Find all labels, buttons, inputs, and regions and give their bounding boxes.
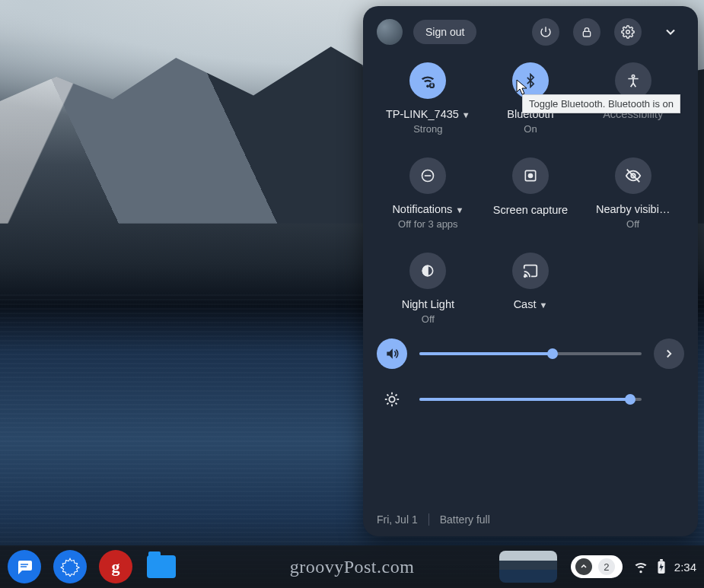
user-avatar[interactable] — [377, 19, 403, 45]
accessibility-icon — [626, 73, 641, 88]
clock: 2:34 — [674, 561, 696, 574]
settings-button[interactable] — [614, 18, 642, 46]
divider — [428, 513, 429, 526]
panel-header: Sign out — [377, 18, 684, 46]
night-light-tile[interactable]: Night Light Off — [378, 253, 477, 325]
caret-icon: ▼ — [462, 110, 470, 119]
battery-charging-icon — [656, 559, 667, 574]
panel-footer: Fri, Jul 1 Battery full — [377, 513, 684, 526]
chevron-down-icon — [663, 24, 678, 40]
collapse-panel-button[interactable] — [657, 18, 684, 46]
notification-pill[interactable]: 2 — [571, 555, 623, 578]
gear-icon — [621, 25, 635, 39]
wifi-icon — [633, 559, 648, 574]
audio-settings-expand-button[interactable] — [654, 338, 684, 369]
brightness-icon-button[interactable] — [377, 384, 407, 415]
caret-icon: ▼ — [455, 205, 463, 215]
quick-toggle-grid: TP-LINK_7435▼ Strong Toggle Bluetooth. B… — [377, 62, 684, 325]
gear-icon — [60, 557, 80, 577]
notifications-tile[interactable]: Notifications▼ Off for 3 apps — [378, 157, 477, 230]
lock-icon — [581, 26, 593, 38]
shelf-window-preview[interactable] — [499, 551, 557, 583]
app-settings[interactable] — [53, 550, 87, 583]
power-button[interactable] — [532, 18, 559, 46]
quick-settings-panel: Sign out TP-LINK_7435▼ Strong Toggle Blu… — [363, 6, 698, 536]
lock-button[interactable] — [573, 18, 600, 46]
cast-tile[interactable]: Cast▼ — [481, 253, 580, 325]
brightness-slider-row — [377, 384, 684, 415]
update-available-icon — [575, 558, 592, 575]
svg-point-1 — [626, 30, 630, 34]
mouse-cursor-icon — [516, 79, 530, 96]
volume-icon — [384, 346, 400, 361]
notifications-label: Notifications▼ — [392, 203, 463, 215]
notifications-sublabel: Off for 3 apps — [398, 218, 458, 230]
svg-rect-3 — [431, 85, 433, 87]
folder-icon — [147, 555, 176, 578]
chevron-right-icon — [662, 347, 676, 361]
sign-out-button[interactable]: Sign out — [413, 20, 476, 44]
brightness-slider[interactable] — [419, 398, 642, 401]
wifi-tile[interactable]: TP-LINK_7435▼ Strong — [378, 62, 477, 135]
wifi-icon — [419, 72, 436, 89]
wifi-label: TP-LINK_7435▼ — [386, 108, 470, 120]
visibility-off-icon — [625, 167, 642, 184]
svg-rect-0 — [583, 31, 590, 37]
slider-section — [377, 338, 684, 430]
night-light-sublabel: Off — [422, 313, 435, 325]
g-icon: g — [112, 557, 120, 577]
cast-icon — [522, 262, 539, 279]
svg-point-8 — [528, 174, 532, 178]
messages-icon — [15, 558, 33, 576]
nearby-label: Nearby visibi… — [596, 203, 671, 215]
svg-line-21 — [396, 394, 397, 396]
svg-point-12 — [524, 275, 526, 277]
night-light-label: Night Light — [402, 298, 454, 310]
app-messages[interactable] — [8, 550, 41, 583]
footer-battery: Battery full — [440, 513, 490, 526]
svg-line-20 — [387, 403, 388, 405]
volume-icon-button[interactable] — [377, 338, 407, 369]
brightness-icon — [384, 391, 400, 408]
screen-capture-icon — [523, 168, 538, 183]
bluetooth-tile[interactable]: Toggle Bluetooth. Bluetooth is on Blueto… — [481, 62, 580, 135]
cast-label: Cast▼ — [514, 298, 548, 310]
app-files[interactable] — [145, 550, 178, 583]
caret-icon: ▼ — [539, 300, 547, 310]
bluetooth-tooltip: Toggle Bluetooth. Bluetooth is on — [522, 94, 680, 113]
footer-date: Fri, Jul 1 — [377, 513, 418, 526]
wifi-sublabel: Strong — [413, 123, 442, 135]
volume-slider-row — [377, 338, 684, 369]
notification-count-badge: 2 — [598, 558, 615, 575]
screen-capture-label: Screen capture — [493, 203, 568, 218]
svg-point-4 — [632, 75, 634, 78]
svg-rect-26 — [660, 559, 663, 561]
nearby-sublabel: Off — [626, 218, 639, 230]
screen-capture-tile[interactable]: Screen capture — [481, 157, 580, 230]
app-groovypost[interactable]: g — [99, 550, 132, 583]
system-tray[interactable]: 2:34 — [633, 559, 696, 574]
svg-point-13 — [389, 396, 394, 402]
svg-line-18 — [387, 394, 388, 396]
power-icon — [539, 25, 553, 39]
night-light-icon — [420, 263, 435, 278]
watermark-text: groovyPost.com — [290, 557, 415, 577]
volume-slider[interactable] — [419, 352, 642, 355]
do-not-disturb-icon — [420, 168, 435, 183]
nearby-visibility-tile[interactable]: Nearby visibi… Off — [584, 157, 683, 230]
svg-line-19 — [396, 403, 397, 405]
bluetooth-sublabel: On — [524, 123, 537, 135]
shelf: g groovyPost.com 2 2:34 — [0, 545, 704, 588]
